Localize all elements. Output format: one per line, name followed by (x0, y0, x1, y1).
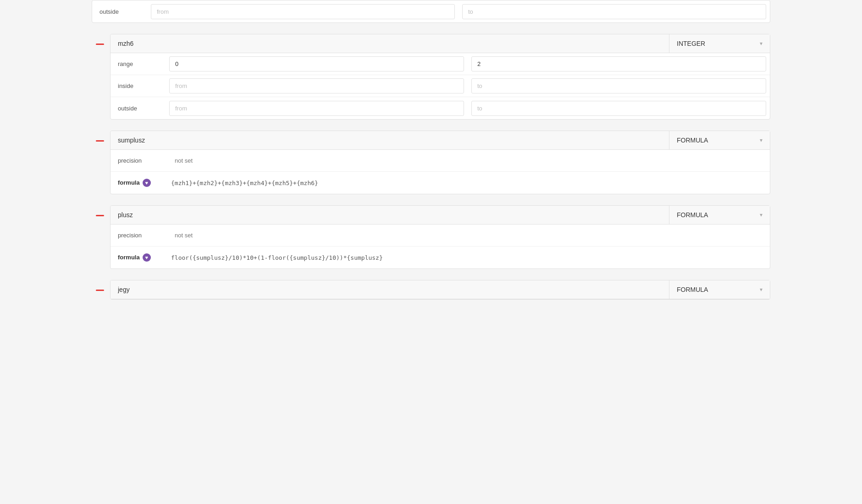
inside-to-input-mzh6[interactable] (471, 78, 766, 93)
section-type-label-plusz: FORMULA (677, 211, 760, 219)
section-card-mzh6: INTEGER▾rangeinsideoutside (110, 34, 770, 120)
chevron-down-icon-jegy: ▾ (760, 286, 763, 293)
chevron-down-icon-plusz: ▾ (760, 212, 763, 218)
section-card-sumplusz: FORMULA▾precisionformula♥{mzh1}+{mzh2}+{… (110, 131, 770, 194)
field-row-mzh6-2: outside (111, 97, 770, 119)
minus-icon-mzh6 (96, 44, 104, 45)
field-label-outside-mzh6: outside (111, 99, 166, 117)
chevron-down-icon-sumplusz: ▾ (760, 137, 763, 143)
outside-from-input-top[interactable] (151, 4, 455, 19)
outside-row-top: outside (92, 0, 770, 22)
remove-button-mzh6[interactable] (92, 36, 108, 52)
section-row-plusz: FORMULA▾precisionformula♥floor({sumplusz… (92, 200, 770, 269)
section-header-sumplusz: FORMULA▾ (111, 131, 770, 150)
field-row-mzh6-0: range (111, 53, 770, 75)
minus-icon-jegy (96, 290, 104, 291)
remove-button-sumplusz[interactable] (92, 132, 108, 149)
section-name-input-jegy[interactable] (111, 280, 669, 299)
section-header-plusz: FORMULA▾ (111, 206, 770, 225)
section-name-input-sumplusz[interactable] (111, 131, 669, 149)
field-row-mzh6-1: inside (111, 75, 770, 97)
section-card-plusz: FORMULA▾precisionformula♥floor({sumplusz… (110, 205, 770, 269)
field-row-plusz-1: formula♥floor({sumplusz}/10)*10+(1-floor… (111, 247, 770, 268)
formula-content-sumplusz: {mzh1}+{mzh2}+{mzh3}+{mzh4}+{mzh5}+{mzh6… (166, 176, 770, 190)
field-row-plusz-0: precision (111, 225, 770, 247)
section-type-select-sumplusz[interactable]: FORMULA▾ (669, 131, 770, 149)
formula-content-plusz: floor({sumplusz}/10)*10+(1-floor({sumplu… (166, 251, 770, 265)
field-row-sumplusz-0: precision (111, 150, 770, 172)
section-name-input-mzh6[interactable] (111, 34, 669, 53)
field-label-formula-plusz: formula♥ (111, 248, 166, 267)
field-label-range-mzh6: range (111, 55, 166, 73)
remove-button-jegy[interactable] (92, 282, 108, 298)
field-label-inside-mzh6: inside (111, 77, 166, 95)
formula-badge-plusz: ♥ (143, 253, 151, 262)
section-row-jegy: FORMULA▾ (92, 274, 770, 300)
sections-container: INTEGER▾rangeinsideoutsideFORMULA▾precis… (92, 28, 770, 300)
section-card-jegy: FORMULA▾ (110, 280, 770, 300)
outside-inputs-top (147, 1, 770, 22)
section-type-label-jegy: FORMULA (677, 286, 760, 293)
section-header-jegy: FORMULA▾ (111, 280, 770, 299)
section-row-mzh6: INTEGER▾rangeinsideoutside (92, 28, 770, 120)
minus-icon-plusz (96, 215, 104, 216)
section-type-select-plusz[interactable]: FORMULA▾ (669, 206, 770, 224)
field-label-precision-plusz: precision (111, 226, 166, 244)
precision-input-sumplusz[interactable] (169, 153, 766, 168)
range-to-input-mzh6[interactable] (471, 56, 766, 71)
section-header-mzh6: INTEGER▾ (111, 34, 770, 53)
minus-icon-sumplusz (96, 140, 104, 142)
outside-to-input-top[interactable] (462, 4, 766, 19)
inside-from-input-mzh6[interactable] (169, 78, 464, 93)
outside-from-input-mzh6[interactable] (169, 101, 464, 116)
outside-label-top: outside (92, 3, 147, 21)
section-type-select-mzh6[interactable]: INTEGER▾ (669, 34, 770, 53)
top-partial-section: outside (92, 0, 770, 23)
section-row-sumplusz: FORMULA▾precisionformula♥{mzh1}+{mzh2}+{… (92, 125, 770, 194)
remove-button-plusz[interactable] (92, 207, 108, 224)
field-label-formula-sumplusz: formula♥ (111, 173, 166, 192)
section-type-label-mzh6: INTEGER (677, 40, 760, 47)
section-name-input-plusz[interactable] (111, 206, 669, 224)
field-row-sumplusz-1: formula♥{mzh1}+{mzh2}+{mzh3}+{mzh4}+{mzh… (111, 172, 770, 194)
formula-badge-sumplusz: ♥ (143, 179, 151, 187)
precision-input-plusz[interactable] (169, 228, 766, 242)
range-from-input-mzh6[interactable] (169, 56, 464, 71)
section-type-select-jegy[interactable]: FORMULA▾ (669, 280, 770, 299)
section-type-label-sumplusz: FORMULA (677, 137, 760, 144)
outside-to-input-mzh6[interactable] (471, 101, 766, 116)
field-label-precision-sumplusz: precision (111, 152, 166, 170)
chevron-down-icon-mzh6: ▾ (760, 40, 763, 47)
